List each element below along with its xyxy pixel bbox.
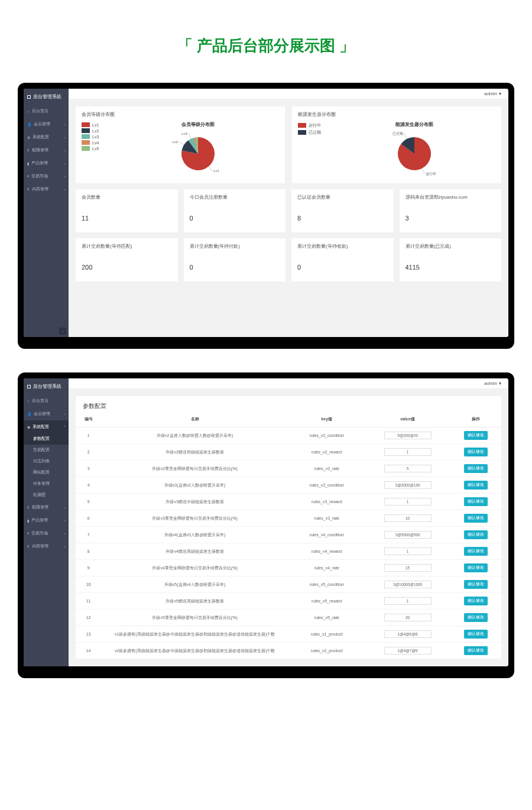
cell-name: 升级v5赠送高级能源发生器数量 — [101, 593, 288, 610]
value-input[interactable] — [384, 581, 432, 588]
col-key: key值 — [288, 412, 365, 427]
confirm-button[interactable]: 确认修改 — [464, 646, 488, 655]
sidebar-item-home[interactable]: ⌂后台首页 — [24, 105, 69, 118]
sidebar-item-content[interactable]: ≡内容管理› — [24, 183, 69, 196]
confirm-button[interactable]: 确认修改 — [464, 597, 488, 605]
sidebar-item-perm[interactable]: ≡权限管理› — [24, 501, 69, 514]
sidebar-item-member[interactable]: 👤会员管理› — [24, 407, 69, 420]
list-icon: ≡ — [27, 545, 30, 548]
confirm-button[interactable]: 确认修改 — [464, 497, 488, 506]
cell-key: rules_v2_rate — [288, 461, 365, 477]
legend-item: Lv5 — [82, 146, 117, 151]
chevron-down-icon[interactable]: ▾ — [499, 381, 501, 386]
table-row: 11 升级v5赠送高级能源发生器数量 rules_v5_reward 确认修改 — [76, 593, 501, 610]
sidebar-item-perm[interactable]: ≡权限管理› — [24, 144, 69, 157]
confirm-button[interactable]: 确认修改 — [464, 563, 488, 572]
sidebar-item-product[interactable]: ▮产品管理› — [24, 514, 69, 527]
username-2[interactable]: admin — [484, 381, 497, 386]
chevron-right-icon: › — [64, 148, 66, 152]
confirm-button[interactable]: 确认修改 — [464, 448, 488, 456]
value-input[interactable] — [384, 531, 432, 539]
value-input[interactable] — [384, 647, 432, 655]
legend-label: Lv5 — [92, 147, 99, 151]
legend-item: 运行中 — [298, 122, 333, 128]
sidebar-item-trade[interactable]: ¥交易市场› — [24, 527, 69, 540]
cell-idx: 8 — [76, 543, 101, 560]
sidebar-sub-item[interactable]: 参数配置 — [24, 433, 69, 445]
value-input[interactable] — [384, 432, 432, 439]
stat-label: 累计交易数量(等待匹配) — [82, 243, 172, 250]
value-input[interactable] — [384, 547, 432, 555]
col-idx: 编号 — [76, 412, 101, 427]
value-input[interactable] — [384, 514, 432, 522]
cell-name: 升级v4享受全网联盟每日交易手续费百分比(%) — [101, 560, 288, 576]
legend-label: 运行中 — [309, 122, 321, 128]
table-row: 14 v2最多拥有(高级能源发生器@中级能源发生器@初级能源发生器@迷你能源发生… — [76, 643, 501, 659]
value-input[interactable] — [384, 630, 432, 638]
legend-swatch — [298, 130, 306, 135]
table-row: 6 升级v3享受全网联盟每日交易手续费百分比(%) rules_v3_rate … — [76, 510, 501, 527]
list-icon: ≡ — [27, 187, 30, 191]
cell-name: 升级v3赠送中级能源发生器数量 — [101, 494, 288, 510]
confirm-button[interactable]: 确认修改 — [464, 481, 488, 490]
sidebar-item-home[interactable]: ⌂后台首页 — [24, 394, 69, 407]
sidebar-item-label: 产品管理 — [31, 517, 48, 523]
confirm-button[interactable]: 确认修改 — [464, 514, 488, 523]
monitor-2: 后台管理系统 ⌂后台首页👤会员管理›⚙系统配置˅参数配置交易配置日志列表网站配置… — [18, 372, 514, 678]
sidebar-collapse-btn[interactable]: ‹ — [59, 328, 66, 335]
sidebar-brand: 后台管理系统 — [24, 89, 69, 105]
table-row: 3 升级v2享受全网联盟每日交易手续费百分比(%) rules_v2_rate … — [76, 461, 501, 477]
sidebar-sub-item[interactable]: 网站配置 — [24, 467, 69, 478]
sidebar-item-member[interactable]: 👤会员管理› — [24, 118, 69, 131]
table-row: 2 升级v2赠送初级能源发生器数量 rules_v2_reward 确认修改 — [76, 444, 501, 461]
sidebar-item-system[interactable]: ⚙系统配置› — [24, 131, 69, 144]
sidebar-sub-item[interactable]: 日志列表 — [24, 456, 69, 467]
stat-value: 11 — [82, 215, 172, 222]
confirm-button[interactable]: 确认修改 — [464, 547, 488, 556]
stat-value: 0 — [190, 264, 280, 271]
value-input[interactable] — [384, 498, 432, 506]
col-value: value值 — [365, 412, 450, 427]
chevron-down-icon[interactable]: ▾ — [499, 91, 501, 96]
sidebar-item-content[interactable]: ≡内容管理› — [24, 540, 69, 553]
user-icon: 👤 — [27, 412, 31, 416]
cell-key: rules_v3_rate — [288, 510, 365, 527]
sidebar-item-system[interactable]: ⚙系统配置˅ — [24, 420, 69, 433]
confirm-button[interactable]: 确认修改 — [464, 530, 488, 539]
logo-icon — [27, 95, 31, 99]
legend-swatch — [298, 123, 306, 128]
cell-key: rules_v1_product — [288, 626, 365, 643]
username[interactable]: admin — [484, 91, 497, 96]
confirm-button[interactable]: 确认修改 — [464, 431, 488, 440]
cell-idx: 14 — [76, 643, 101, 659]
sidebar-sub-item[interactable]: 任务管理 — [24, 478, 69, 490]
chevron-right-icon: › — [64, 174, 66, 178]
value-input[interactable] — [384, 564, 432, 572]
sidebar-item-label: 会员管理 — [34, 121, 50, 127]
legend-swatch — [82, 122, 90, 127]
value-input[interactable] — [384, 481, 432, 489]
stat-value: 4115 — [406, 264, 496, 271]
confirm-button[interactable]: 确认修改 — [464, 630, 488, 639]
cell-idx: 6 — [76, 510, 101, 527]
sidebar-item-trade[interactable]: ¥交易市场› — [24, 170, 69, 183]
home-icon: ⌂ — [27, 399, 30, 403]
value-input[interactable] — [384, 465, 432, 472]
value-input[interactable] — [384, 597, 432, 605]
sidebar-item-label: 系统配置 — [33, 134, 49, 140]
sidebar-item-label: 系统配置 — [33, 424, 49, 430]
confirm-button[interactable]: 确认修改 — [464, 464, 488, 473]
sidebar-sub-item[interactable]: 轮播图 — [24, 490, 69, 501]
value-input[interactable] — [384, 448, 432, 456]
stat-value: 200 — [82, 264, 172, 271]
sidebar-sub-item[interactable]: 交易配置 — [24, 445, 69, 456]
user-icon: 👤 — [27, 122, 31, 127]
sidebar-item-label: 内容管理 — [32, 543, 48, 549]
sidebar-item-product[interactable]: ▮产品管理› — [24, 157, 69, 170]
value-input[interactable] — [384, 614, 432, 621]
confirm-button[interactable]: 确认修改 — [464, 613, 488, 622]
stats-row-1: 会员数量11今日会员注册数量0已认证会员数量8源码来自资源部ziyuanbu.c… — [76, 189, 501, 232]
stat-label: 累计交易数量(已完成) — [406, 243, 496, 250]
confirm-button[interactable]: 确认修改 — [464, 580, 488, 589]
svg-text:已过期: 已过期 — [392, 132, 403, 135]
